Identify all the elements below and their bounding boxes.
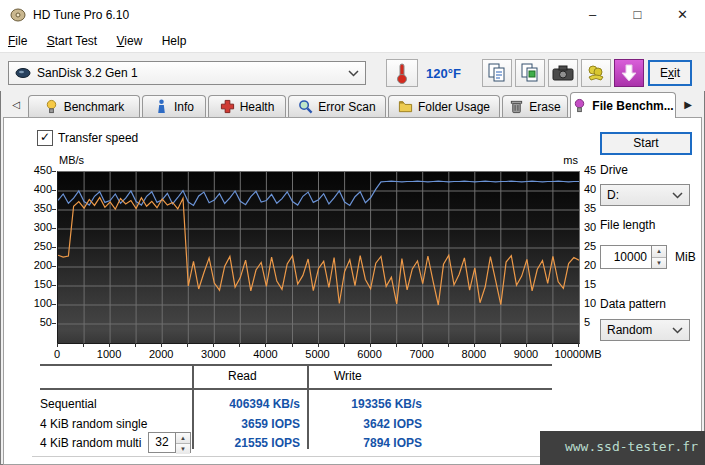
x-tickmark xyxy=(187,343,188,347)
x-tickmark xyxy=(265,343,266,347)
menu-bar: File Start Test View Help xyxy=(0,30,705,52)
y-left-tick: 50 xyxy=(22,316,52,328)
x-axis-ticks: 0100020003000400050006000700080009000100… xyxy=(57,348,617,362)
queue-depth-input[interactable]: 32 xyxy=(148,432,176,453)
drive-selector-dropdown[interactable]: SanDisk 3.2 Gen 1 xyxy=(8,61,366,85)
x-tickmark xyxy=(396,343,397,347)
spinner-up-icon[interactable]: ▲ xyxy=(652,246,666,258)
x-tickmark xyxy=(318,343,319,347)
write-column-header: Write xyxy=(334,369,362,383)
queue-depth-control: 32 ▲▼ xyxy=(148,432,191,453)
maximize-button[interactable]: □ xyxy=(615,0,660,30)
x-tick: 5000 xyxy=(305,348,329,360)
y-left-tick: 150 xyxy=(22,278,52,290)
y-left-tick: 100 xyxy=(22,297,52,309)
camera-icon xyxy=(552,64,574,82)
copy-text-button[interactable] xyxy=(482,59,512,87)
spinner-up-icon[interactable]: ▲ xyxy=(176,433,190,444)
y-tickmark xyxy=(52,209,56,210)
y-left-tick: 200 xyxy=(22,259,52,271)
tab-benchmark[interactable]: Benchmark xyxy=(28,95,140,117)
x-tickmark xyxy=(161,343,162,347)
menu-file[interactable]: File xyxy=(0,30,35,52)
file-length-label: File length xyxy=(600,218,655,232)
y-tickmark xyxy=(52,285,56,286)
row-random-multi-label: 4 KiB random multi xyxy=(40,436,141,450)
hands-coins-icon xyxy=(586,64,606,82)
tab-file-benchmark[interactable]: File Benchm... xyxy=(570,92,676,118)
menu-help[interactable]: Help xyxy=(154,30,195,52)
x-tickmark xyxy=(239,343,240,347)
trash-icon xyxy=(509,99,524,114)
copy-image-icon xyxy=(520,63,540,83)
drive-label: Drive xyxy=(600,163,628,177)
chevron-down-icon xyxy=(672,192,683,199)
tab-health[interactable]: Health xyxy=(208,95,286,117)
y-tickmark xyxy=(52,171,56,172)
folder-icon xyxy=(398,99,413,114)
file-length-unit: MiB xyxy=(675,245,696,269)
donate-button[interactable] xyxy=(581,59,611,87)
y-left-tick: 350 xyxy=(22,202,52,214)
x-tick: 6000 xyxy=(357,348,381,360)
menu-view[interactable]: View xyxy=(109,30,151,52)
app-icon xyxy=(10,7,26,23)
random-multi-write-value: 7894 IOPS xyxy=(312,436,422,450)
temperature-value: 120°F xyxy=(426,66,461,81)
x-tick: 9000 xyxy=(514,348,538,360)
exit-button[interactable]: Exit xyxy=(648,60,692,86)
spinner-down-icon[interactable]: ▼ xyxy=(652,258,666,269)
data-pattern-label: Data pattern xyxy=(600,297,666,311)
x-axis-tickmarks xyxy=(57,343,579,347)
menu-start-test[interactable]: Start Test xyxy=(39,30,105,52)
tab-folder-usage[interactable]: Folder Usage xyxy=(388,95,500,117)
download-button[interactable] xyxy=(614,59,644,87)
close-button[interactable]: ✕ xyxy=(660,0,705,30)
y-axis-unit-left: MB/s xyxy=(59,154,84,166)
data-pattern-dropdown[interactable]: Random xyxy=(600,319,690,341)
tab-erase[interactable]: Erase xyxy=(502,95,568,117)
file-length-spinner[interactable]: ▲▼ xyxy=(652,245,667,269)
tab-bar: ◁ Benchmark Info Health Error Scan Folde… xyxy=(0,90,705,117)
file-benchmark-panel: ✓ Transfer speed MB/s ms 450400350300250… xyxy=(3,117,702,465)
random-multi-read-value: 21555 IOPS xyxy=(190,436,300,450)
health-cross-icon xyxy=(220,99,235,114)
tab-error-scan[interactable]: Error Scan xyxy=(288,95,386,117)
random-single-read-value: 3659 IOPS xyxy=(190,417,300,431)
bulb-magenta-icon xyxy=(572,98,587,113)
copy-text-icon xyxy=(487,63,507,83)
thermometer-icon xyxy=(396,62,408,84)
drive-select-dropdown[interactable]: D: xyxy=(600,184,690,206)
x-tickmark xyxy=(135,343,136,347)
transfer-speed-checkbox[interactable]: ✓ Transfer speed xyxy=(37,130,138,146)
tab-info[interactable]: Info xyxy=(142,95,206,117)
disk-icon xyxy=(15,67,31,79)
spinner-down-icon[interactable]: ▼ xyxy=(176,444,190,454)
queue-depth-spinner[interactable]: ▲▼ xyxy=(176,432,191,453)
start-button[interactable]: Start xyxy=(600,132,692,155)
results-bottom-line xyxy=(32,456,544,457)
y-left-tick: 400 xyxy=(22,183,52,195)
x-tick: 10000MB xyxy=(554,348,601,360)
drive-select-value: D: xyxy=(607,188,672,202)
row-random-single-label: 4 KiB random single xyxy=(40,417,147,431)
x-tick: 3000 xyxy=(201,348,225,360)
chevron-down-icon xyxy=(348,70,359,77)
copy-image-button[interactable] xyxy=(515,59,545,87)
x-tickmark xyxy=(578,343,579,347)
chevron-down-icon xyxy=(672,327,683,334)
tab-scroll-left-button[interactable]: ◁ xyxy=(6,95,26,115)
screenshot-button[interactable] xyxy=(548,59,578,87)
temperature-button[interactable] xyxy=(386,59,418,87)
y-tickmark xyxy=(52,323,56,324)
file-length-input[interactable]: 10000 xyxy=(600,245,652,269)
minimize-button[interactable]: – xyxy=(570,0,615,30)
y-tickmark xyxy=(52,247,56,248)
x-tickmark xyxy=(448,343,449,347)
x-tick: 1000 xyxy=(97,348,121,360)
x-tickmark xyxy=(344,343,345,347)
window-title: HD Tune Pro 6.10 xyxy=(33,8,129,22)
x-tickmark xyxy=(57,343,58,347)
random-single-write-value: 3642 IOPS xyxy=(312,417,422,431)
tab-scroll-right-button[interactable]: ▶ xyxy=(678,95,698,115)
